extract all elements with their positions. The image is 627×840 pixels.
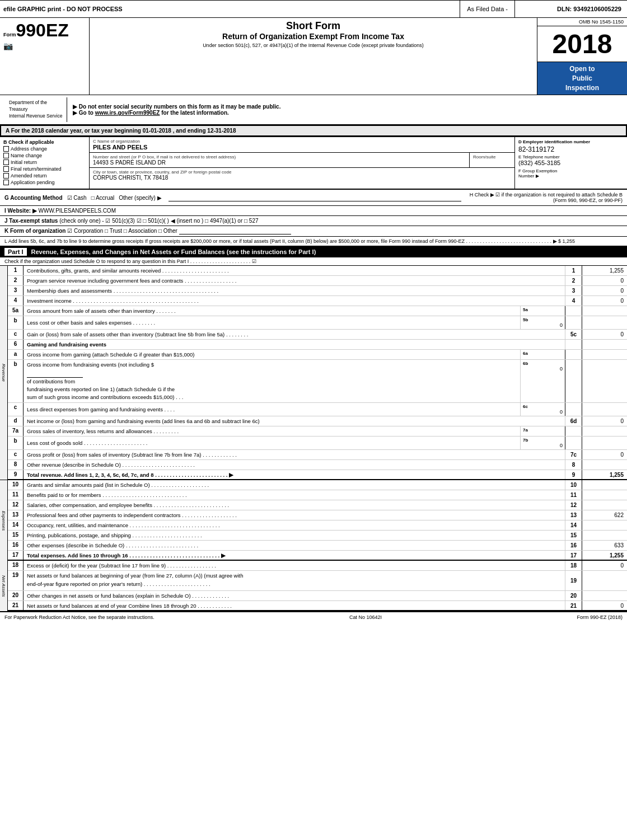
- row-num-5b: b: [8, 316, 24, 329]
- inspection: Inspection: [565, 84, 599, 92]
- schedule-o-row: Check if the organization used Schedule …: [0, 257, 627, 266]
- row-num-17: 17: [8, 551, 24, 560]
- fields-section: B Check if applicable Address change Nam…: [0, 137, 627, 189]
- form-990ez: 990EZ: [16, 21, 69, 39]
- check-name-change: Name change: [3, 153, 86, 158]
- row-value-7c: 0: [582, 450, 627, 459]
- mid-label-6a: 6a: [523, 351, 563, 356]
- page: efile GRAPHIC print - DO NOT PROCESS As …: [0, 0, 627, 622]
- row-desc-5b: Less cost or other basis and sales expen…: [24, 316, 521, 329]
- row-value-4: 0: [582, 296, 627, 306]
- row-desc-5a: Gross amount from sale of assets other t…: [24, 306, 521, 316]
- as-filed-section: As Filed Data -: [460, 1, 515, 17]
- form-label: Form: [3, 32, 16, 37]
- table-row: 19 Net assets or fund balances at beginn…: [8, 571, 627, 591]
- acct-row: G Accounting Method ☑ Cash □ Accrual Oth…: [0, 189, 627, 206]
- row-value-10: [582, 480, 627, 490]
- mid-label-5a: 5a: [523, 307, 563, 312]
- row-num-5a: 5a: [8, 306, 24, 316]
- row-value-8: [582, 460, 627, 470]
- row-desc-6d: Net income or (loss) from gaming and fun…: [24, 416, 565, 426]
- row-desc-6c: Less direct expenses from gaming and fun…: [24, 403, 521, 416]
- table-row: 6 Gaming and fundraising events: [8, 340, 627, 350]
- checkbox-initial[interactable]: [3, 159, 9, 165]
- row-linenum-21: 21: [565, 601, 582, 610]
- row-value-6c: [582, 403, 627, 416]
- part1-title: Revenue, Expenses, and Changes in Net As…: [31, 248, 316, 255]
- revenue-section: Revenue 1 Contributions, gifts, grants, …: [0, 266, 627, 480]
- expenses-side-label: Expenses: [0, 480, 8, 561]
- tax-status-row: J Tax-exempt status (check only one) - ☑…: [0, 216, 627, 226]
- row-num-6c: c: [8, 403, 24, 416]
- open-to: Open to: [569, 65, 595, 73]
- checkbox-application[interactable]: [3, 180, 9, 185]
- tax-year-row: A For the 2018 calendar year, or tax yea…: [0, 125, 627, 137]
- website-label: I Website: ▶: [4, 208, 37, 214]
- footer-row: For Paperwork Reduction Act Notice, see …: [0, 611, 627, 622]
- checkbox-amended[interactable]: [3, 173, 9, 179]
- row-num-13: 13: [8, 510, 24, 520]
- irs-link[interactable]: www.irs.gov/Form990EZ: [95, 110, 160, 116]
- row-linenum-6: [565, 340, 582, 349]
- form-org-label: K Form of organization: [4, 228, 65, 234]
- table-row: c Gain or (loss) from sale of assets oth…: [8, 330, 627, 340]
- row-linenum-6a: [565, 350, 582, 359]
- row-num-10: 10: [8, 480, 24, 490]
- row-linenum-11: 11: [565, 490, 582, 500]
- row-desc-1: Contributions, gifts, grants, and simila…: [24, 266, 565, 275]
- org-info-col: C Name of organization PILES AND PEELS N…: [90, 137, 515, 189]
- row-num-1: 1: [8, 266, 24, 275]
- row-desc-19: Net assets or fund balances at beginning…: [24, 571, 565, 590]
- checkbox-name[interactable]: [3, 153, 9, 158]
- checkbox-address[interactable]: [3, 146, 9, 152]
- group-sub: Number: [518, 173, 534, 179]
- row-linenum-19: 19: [565, 571, 582, 590]
- row-mid-6c: 6c 0: [521, 403, 565, 416]
- footer-right: Form 990-EZ (2018): [577, 614, 623, 620]
- row-value-11: [582, 490, 627, 500]
- row-num-9: 9: [8, 470, 24, 479]
- phone-value: (832) 455-3185: [518, 159, 624, 166]
- row-num-18: 18: [8, 561, 24, 570]
- group-exemption: F Group Exemption Number ▶: [518, 168, 624, 179]
- check-initial-return: Initial return: [3, 159, 86, 165]
- revenue-rows: 1 Contributions, gifts, grants, and simi…: [8, 266, 627, 480]
- table-row: 18 Excess or (deficit) for the year (Sub…: [8, 561, 627, 571]
- group-label: F Group Exemption: [518, 168, 557, 173]
- year-box: 2018: [537, 26, 627, 62]
- table-row: 15 Printing, publications, postage, and …: [8, 531, 627, 541]
- row-linenum-6b: [565, 360, 582, 402]
- row-linenum-3: 3: [565, 286, 582, 295]
- schedule-o-text: Check if the organization used Schedule …: [4, 259, 256, 264]
- row-value-14: [582, 520, 627, 530]
- row-num-3: 3: [8, 286, 24, 295]
- row-linenum-6d: 6d: [565, 416, 582, 426]
- row-linenum-14: 14: [565, 520, 582, 530]
- as-filed-label: As Filed Data -: [467, 6, 508, 12]
- row-value-12: [582, 500, 627, 510]
- address-value: 14493 S PADRE ISLAND DR: [93, 159, 466, 166]
- public: Public: [572, 74, 592, 82]
- row-value-3: 0: [582, 286, 627, 295]
- row-value-13: 622: [582, 510, 627, 520]
- row-desc-12: Salaries, other compensation, and employ…: [24, 500, 565, 510]
- center-header: Short Form Return of Organization Exempt…: [90, 18, 537, 95]
- row-desc-9: Total revenue. Add lines 1, 2, 3, 4, 5c,…: [24, 470, 565, 479]
- checkbox-final[interactable]: [3, 166, 9, 172]
- check-applicable-label: B Check if applicable: [3, 139, 86, 145]
- row-value-5a: [582, 306, 627, 316]
- row-desc-21: Net assets or fund balances at end of ye…: [24, 601, 565, 610]
- part1-label: Part I: [4, 248, 27, 256]
- table-row: 1 Contributions, gifts, grants, and simi…: [8, 266, 627, 276]
- row-linenum-20: 20: [565, 591, 582, 600]
- row-linenum-1: 1: [565, 266, 582, 275]
- mid-label-7a: 7a: [523, 428, 563, 433]
- mid-label-6b: 6b: [523, 361, 563, 366]
- graphic-print-label: efile GRAPHIC print - DO NOT PROCESS: [3, 6, 123, 12]
- row-desc-13: Professional fees and other payments to …: [24, 510, 565, 520]
- tax-year-label: A For the 2018 calendar year, or tax yea…: [6, 128, 171, 134]
- form-org-row: K Form of organization ☑ Corporation □ T…: [0, 226, 627, 237]
- checkboxes-col: B Check if applicable Address change Nam…: [0, 137, 90, 189]
- city-label: City or town, state or province, country…: [93, 170, 511, 175]
- dln-value: DLN: 93492106005229: [557, 6, 621, 12]
